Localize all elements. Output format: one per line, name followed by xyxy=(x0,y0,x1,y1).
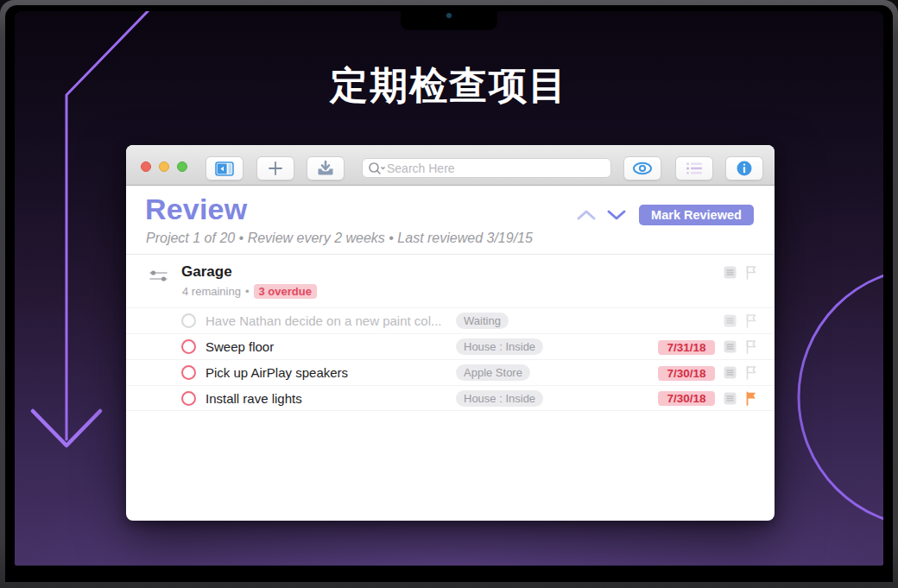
due-date-badge: 7/31/18 xyxy=(658,340,715,355)
zoom-button[interactable] xyxy=(177,161,187,172)
laptop-bezel: 定期检查项目 xyxy=(0,0,898,588)
review-header: Review Project 1 of 20 • Review every 2 … xyxy=(126,186,775,255)
project-group-row[interactable]: Garage 4 remaining • 3 overdue xyxy=(126,255,775,307)
circle-decoration xyxy=(799,268,883,527)
task-row[interactable]: Have Nathan decide on a new paint col...… xyxy=(126,307,775,333)
task-row[interactable]: Pick up AirPlay speakers Apple Store 7/3… xyxy=(126,359,775,385)
window-toolbar xyxy=(126,145,775,186)
review-subtitle: Project 1 of 20 • Review every 2 weeks •… xyxy=(146,231,533,246)
eye-icon xyxy=(632,161,653,175)
note-icon[interactable] xyxy=(724,340,737,353)
arrow-head-decoration xyxy=(33,411,100,446)
toggle-sidebar-button[interactable] xyxy=(206,156,243,180)
task-status-circle[interactable] xyxy=(181,365,196,380)
due-date-badge: 7/30/18 xyxy=(658,391,715,406)
minimize-button[interactable] xyxy=(159,161,169,172)
chevron-down-icon xyxy=(606,209,627,221)
task-status-circle[interactable] xyxy=(181,391,196,406)
task-title: Have Nathan decide on a new paint col... xyxy=(206,313,456,328)
dot-separator: • xyxy=(245,285,250,298)
info-icon xyxy=(736,160,753,177)
view-options-icon xyxy=(685,161,704,175)
clean-up-button[interactable] xyxy=(307,156,345,180)
inspector-button[interactable] xyxy=(725,156,763,180)
sequential-project-icon xyxy=(149,269,168,286)
task-title: Pick up AirPlay speakers xyxy=(206,365,456,380)
task-status-circle[interactable] xyxy=(181,339,196,354)
overdue-badge: 3 overdue xyxy=(254,284,317,299)
tag-badge: Waiting xyxy=(456,313,509,329)
close-button[interactable] xyxy=(141,161,151,172)
flag-icon[interactable] xyxy=(745,313,757,328)
due-date-badge: 7/30/18 xyxy=(658,366,715,381)
task-row[interactable]: Sweep floor House : Inside 7/31/18 xyxy=(126,333,775,359)
task-status-circle[interactable] xyxy=(181,313,196,328)
view-options-button[interactable] xyxy=(675,156,713,180)
tag-badge: House : Inside xyxy=(456,338,543,355)
flag-filled-icon[interactable] xyxy=(745,391,757,406)
remaining-count: 4 remaining xyxy=(182,285,241,298)
perspective-title: Review xyxy=(145,193,247,226)
display-glass: 定期检查项目 xyxy=(5,5,893,582)
add-action-button[interactable] xyxy=(256,156,294,180)
flag-icon[interactable] xyxy=(745,365,757,380)
search-icon xyxy=(368,161,387,175)
note-icon[interactable] xyxy=(724,366,737,379)
mark-reviewed-button[interactable]: Mark Reviewed xyxy=(639,205,754,225)
task-row[interactable]: Install rave lights House : Inside 7/30/… xyxy=(126,385,775,411)
app-window: Review Project 1 of 20 • Review every 2 … xyxy=(126,145,775,521)
task-title: Sweep floor xyxy=(206,339,456,354)
flag-icon[interactable] xyxy=(745,265,757,283)
desktop-wallpaper: 定期检查项目 xyxy=(15,11,883,566)
note-icon[interactable] xyxy=(724,392,737,405)
project-name: Garage xyxy=(181,263,232,281)
previous-project-button[interactable] xyxy=(575,205,598,224)
note-icon[interactable] xyxy=(724,314,737,327)
webcam-icon xyxy=(446,13,452,18)
tag-badge: House : Inside xyxy=(456,390,543,407)
next-project-button[interactable] xyxy=(605,205,628,224)
view-eye-button[interactable] xyxy=(623,156,661,180)
flag-icon[interactable] xyxy=(745,339,757,354)
tag-badge: Apple Store xyxy=(456,364,530,381)
note-icon[interactable] xyxy=(724,266,737,282)
plus-icon xyxy=(268,161,283,176)
search-field[interactable] xyxy=(362,158,611,178)
search-input[interactable] xyxy=(387,161,605,175)
clean-up-inbox-icon xyxy=(317,161,334,176)
camera-notch xyxy=(401,5,497,30)
chevron-up-icon xyxy=(576,209,597,221)
toggle-sidebar-icon xyxy=(215,161,234,176)
task-title: Install rave lights xyxy=(206,391,456,406)
page-title: 定期检查项目 xyxy=(15,60,883,111)
